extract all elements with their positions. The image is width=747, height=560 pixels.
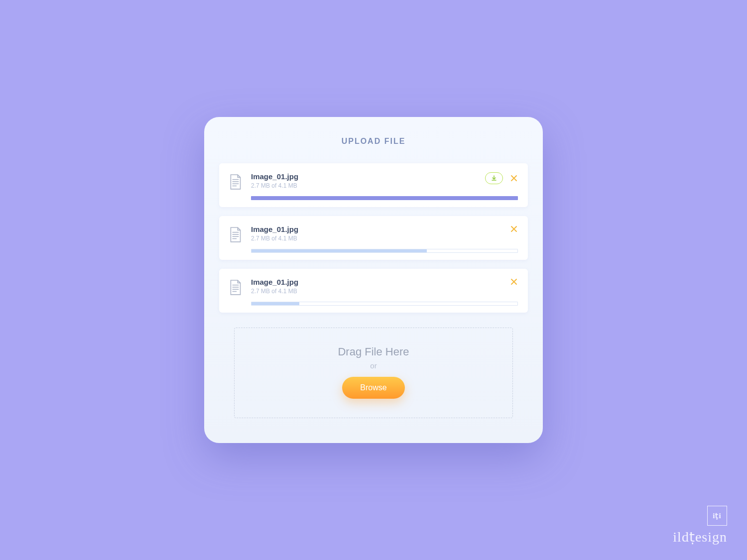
cancel-upload-button[interactable] xyxy=(510,225,518,233)
file-content: Image_01.jpg 2.7 MB of 4.1 MB xyxy=(251,278,518,306)
cancel-upload-button[interactable] xyxy=(510,174,518,182)
progress-track xyxy=(251,302,518,306)
close-icon xyxy=(510,278,517,285)
upload-card: UPLOAD FILE Image_01.jpg 2.7 MB of 4 xyxy=(204,117,543,443)
watermark-brand: ildṭesign xyxy=(673,529,727,545)
file-actions xyxy=(510,225,518,233)
progress-fill xyxy=(251,249,427,252)
drag-label: Drag File Here xyxy=(245,345,502,358)
file-actions xyxy=(510,278,518,286)
file-row: Image_01.jpg 2.7 MB of 4.1 MB xyxy=(219,216,528,260)
document-icon xyxy=(229,227,242,243)
file-size: 2.7 MB of 4.1 MB xyxy=(251,235,298,242)
file-content: Image_01.jpg 2.7 MB of 4.1 MB xyxy=(251,225,518,253)
file-info: Image_01.jpg 2.7 MB of 4.1 MB xyxy=(251,278,298,295)
progress-fill xyxy=(251,302,299,305)
download-button[interactable] xyxy=(485,172,503,184)
file-name: Image_01.jpg xyxy=(251,225,298,233)
file-size: 2.7 MB of 4.1 MB xyxy=(251,182,298,189)
watermark-logo-icon: iṭi xyxy=(707,506,727,526)
progress-fill xyxy=(251,196,518,200)
file-info: Image_01.jpg 2.7 MB of 4.1 MB xyxy=(251,172,298,189)
file-info: Image_01.jpg 2.7 MB of 4.1 MB xyxy=(251,225,298,242)
file-size: 2.7 MB of 4.1 MB xyxy=(251,288,298,295)
file-content: Image_01.jpg 2.7 MB of 4.1 MB xyxy=(251,172,518,200)
file-name: Image_01.jpg xyxy=(251,172,298,181)
document-icon xyxy=(229,174,242,190)
file-list: Image_01.jpg 2.7 MB of 4.1 MB xyxy=(204,163,543,313)
card-title: UPLOAD FILE xyxy=(204,137,543,146)
file-actions xyxy=(485,172,518,184)
close-icon xyxy=(510,225,517,232)
dropzone[interactable]: Drag File Here or Browse xyxy=(234,328,513,418)
download-icon xyxy=(491,175,497,181)
cancel-upload-button[interactable] xyxy=(510,278,518,286)
browse-button[interactable]: Browse xyxy=(342,377,404,399)
file-name: Image_01.jpg xyxy=(251,278,298,286)
document-icon xyxy=(229,280,242,296)
close-icon xyxy=(510,175,517,182)
file-row: Image_01.jpg 2.7 MB of 4.1 MB xyxy=(219,269,528,313)
file-row: Image_01.jpg 2.7 MB of 4.1 MB xyxy=(219,163,528,207)
watermark: iṭi ildṭesign xyxy=(673,506,727,545)
or-label: or xyxy=(245,361,502,370)
progress-track xyxy=(251,196,518,200)
progress-track xyxy=(251,249,518,253)
